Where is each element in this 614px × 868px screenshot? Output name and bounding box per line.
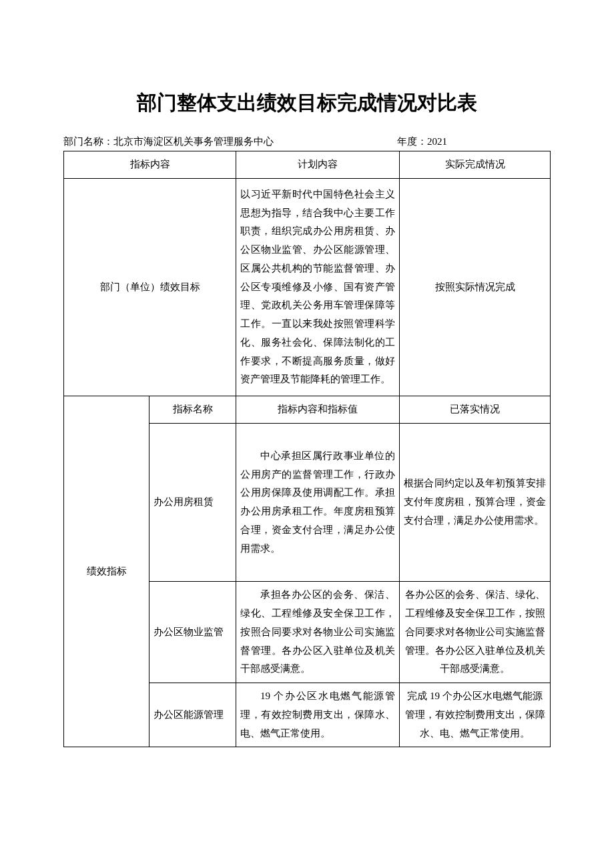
dept-name: 部门名称：北京市海淀区机关事务管理服务中心 — [63, 133, 397, 149]
header-implemented-status: 已落实情况 — [400, 396, 551, 424]
indicator-status-cell: 各办公区的会务、保洁、绿化、工程维修及安全保卫工作，按照合同要求对各物业公司实施… — [400, 582, 551, 683]
dept-label: 部门名称： — [63, 136, 113, 147]
header-indicator-content-value: 指标内容和指标值 — [236, 396, 400, 424]
indicator-name-cell: 办公区能源管理 — [149, 683, 236, 747]
table-header-row: 指标内容 计划内容 实际完成情况 — [64, 151, 551, 179]
dept-value: 北京市海淀区机关事务管理服务中心 — [113, 136, 274, 147]
indicator-content-text: 19 个办公区水电燃气能源管理，有效控制费用支出，保障水、电、燃气正常使用。 — [240, 687, 395, 743]
dept-goal-row: 部门（单位）绩效目标 以习近平新时代中国特色社会主义思想为指导，结合我中心主要工… — [64, 178, 551, 396]
meta-row: 部门名称：北京市海淀区机关事务管理服务中心 年度：2021 — [63, 133, 551, 149]
header-indicator-name: 指标名称 — [149, 396, 236, 424]
dept-goal-label: 部门（单位）绩效目标 — [64, 178, 236, 396]
indicator-status-cell: 完成 19 个办公区水电燃气能源管理，有效控制费用支出，保障水、电、燃气正常使用… — [400, 683, 551, 747]
header-plan-content: 计划内容 — [236, 151, 400, 179]
indicator-content-text: 中心承担区属行政事业单位的公用房产的监督管理工作，行政办公用房保障及使用调配工作… — [240, 447, 395, 558]
dept-goal-plan: 以习近平新时代中国特色社会主义思想为指导，结合我中心主要工作职责，组织完成办公用… — [236, 178, 400, 396]
year: 年度：2021 — [397, 133, 551, 149]
year-label: 年度： — [397, 136, 427, 147]
sub-header-row: 绩效指标 指标名称 指标内容和指标值 已落实情况 — [64, 396, 551, 424]
dept-goal-actual: 按照实际情况完成 — [400, 178, 551, 396]
header-actual-status: 实际完成情况 — [400, 151, 551, 179]
indicator-content-cell: 中心承担区属行政事业单位的公用房产的监督管理工作，行政办公用房保障及使用调配工作… — [236, 423, 400, 582]
indicator-name-cell: 办公区物业监管 — [149, 582, 236, 683]
indicator-content-text: 承担各办公区的会务、保洁、绿化、工程维修及安全保卫工作，按照合同要求对各物业公司… — [240, 586, 395, 679]
indicator-content-cell: 承担各办公区的会务、保洁、绿化、工程维修及安全保卫工作，按照合同要求对各物业公司… — [236, 582, 400, 683]
indicator-content-cell: 19 个办公区水电燃气能源管理，有效控制费用支出，保障水、电、燃气正常使用。 — [236, 683, 400, 747]
header-indicator-content: 指标内容 — [64, 151, 236, 179]
performance-indicator-label: 绩效指标 — [64, 396, 149, 747]
page-title: 部门整体支出绩效目标完成情况对比表 — [63, 87, 551, 119]
indicator-status-cell: 根据合同约定以及年初预算安排支付年度房租，预算合理，资金支付合理，满足办公使用需… — [400, 423, 551, 582]
year-value: 2021 — [427, 136, 447, 147]
comparison-table: 指标内容 计划内容 实际完成情况 部门（单位）绩效目标 以习近平新时代中国特色社… — [63, 151, 551, 747]
indicator-name-cell: 办公用房租赁 — [149, 423, 236, 582]
